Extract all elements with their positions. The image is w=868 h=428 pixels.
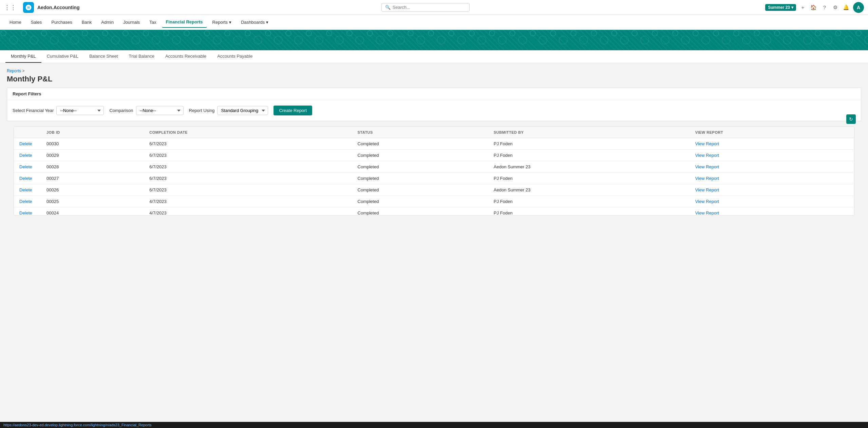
table-body: Delete 00030 6/7/2023 Completed PJ Foden… [14, 138, 854, 216]
status-cell: Completed [352, 196, 488, 207]
app-logo [23, 2, 34, 13]
table-row: Delete 00025 4/7/2023 Completed PJ Foden… [14, 196, 854, 207]
col-job-id-header: JOB ID [41, 127, 144, 138]
breadcrumb-separator: > [22, 69, 24, 73]
job-id-cell: 00028 [41, 161, 144, 173]
report-using-select[interactable]: Standard Grouping [217, 106, 268, 115]
tab-accounts-payable[interactable]: Accounts Payable [212, 50, 258, 63]
delete-link-6[interactable]: Delete [19, 210, 32, 215]
tab-cumulative-pl[interactable]: Cumulative P&L [41, 50, 84, 63]
completion-date-cell: 6/7/2023 [144, 184, 352, 196]
financial-year-group: Select Financial Year --None-- [13, 106, 104, 115]
delete-link-4[interactable]: Delete [19, 187, 32, 192]
banner [0, 30, 868, 50]
table-container: ↻ JOB ID COMPLETION DATE STATUS SUBMITTE… [7, 127, 861, 216]
job-id-cell: 00030 [41, 138, 144, 150]
comparison-select[interactable]: --None-- [136, 106, 184, 115]
job-id-cell: 00026 [41, 184, 144, 196]
nav-sales[interactable]: Sales [27, 17, 46, 27]
search-bar[interactable]: 🔍 [381, 3, 470, 12]
submitted-by-cell: Aedon Summer 23 [488, 161, 690, 173]
view-report-cell: View Report [690, 138, 854, 150]
reports-table-area: JOB ID COMPLETION DATE STATUS SUBMITTED … [14, 127, 854, 216]
col-completion-date-header: COMPLETION DATE [144, 127, 352, 138]
status-cell: Completed [352, 184, 488, 196]
job-id-cell: 00029 [41, 150, 144, 161]
view-report-link-2[interactable]: View Report [695, 164, 719, 169]
view-report-cell: View Report [690, 150, 854, 161]
view-report-link-1[interactable]: View Report [695, 153, 719, 158]
nav-journals[interactable]: Journals [119, 17, 144, 27]
view-report-link-5[interactable]: View Report [695, 199, 719, 204]
view-report-link-4[interactable]: View Report [695, 187, 719, 192]
tab-accounts-receivable[interactable]: Accounts Receivable [160, 50, 212, 63]
completion-date-cell: 4/7/2023 [144, 207, 352, 216]
nav-tax[interactable]: Tax [145, 17, 160, 27]
view-report-link-0[interactable]: View Report [695, 141, 719, 146]
delete-link-5[interactable]: Delete [19, 199, 32, 204]
summer-badge[interactable]: Summer 23 ▾ [765, 4, 796, 11]
view-report-cell: View Report [690, 184, 854, 196]
status-cell: Completed [352, 138, 488, 150]
breadcrumb[interactable]: Reports > [7, 69, 861, 73]
financial-year-select[interactable]: --None-- [56, 106, 104, 115]
job-id-cell: 00025 [41, 196, 144, 207]
delete-cell: Delete [14, 173, 41, 184]
tab-monthly-pl[interactable]: Monthly P&L [5, 50, 41, 63]
delete-link-3[interactable]: Delete [19, 176, 32, 181]
grid-icon[interactable]: ⋮⋮ [4, 4, 16, 11]
report-filters-body: Select Financial Year --None-- Compariso… [7, 100, 861, 121]
nav-dashboards[interactable]: Dashboards ▾ [237, 17, 272, 27]
table-scroll-container[interactable]: JOB ID COMPLETION DATE STATUS SUBMITTED … [14, 127, 854, 215]
nav-bank[interactable]: Bank [78, 17, 96, 27]
dashboards-chevron-icon: ▾ [266, 20, 268, 25]
submitted-by-cell: PJ Foden [488, 150, 690, 161]
view-report-link-3[interactable]: View Report [695, 176, 719, 181]
page-header: Reports > Monthly P&L [0, 63, 868, 88]
delete-cell: Delete [14, 150, 41, 161]
nav-purchases[interactable]: Purchases [47, 17, 76, 27]
report-filters-card: Report Filters Select Financial Year --N… [7, 88, 861, 121]
refresh-button[interactable]: ↻ [846, 114, 856, 124]
completion-date-cell: 6/7/2023 [144, 173, 352, 184]
question-icon[interactable]: ? [820, 3, 829, 12]
breadcrumb-parent[interactable]: Reports [7, 69, 21, 73]
page-title: Monthly P&L [7, 75, 861, 83]
home-icon[interactable]: 🏠 [810, 3, 818, 12]
delete-cell: Delete [14, 196, 41, 207]
col-submitted-by-header: SUBMITTED BY [488, 127, 690, 138]
nav-admin[interactable]: Admin [97, 17, 118, 27]
col-view-report-header: VIEW REPORT [690, 127, 854, 138]
table-row: Delete 00029 6/7/2023 Completed PJ Foden… [14, 150, 854, 161]
status-cell: Completed [352, 173, 488, 184]
view-report-link-6[interactable]: View Report [695, 210, 719, 215]
submitted-by-cell: PJ Foden [488, 138, 690, 150]
table-row: Delete 00026 6/7/2023 Completed Aedon Su… [14, 184, 854, 196]
plus-icon[interactable]: + [799, 3, 807, 12]
tab-balance-sheet[interactable]: Balance Sheet [84, 50, 124, 63]
tab-trial-balance[interactable]: Trial Balance [124, 50, 160, 63]
nav-reports[interactable]: Reports ▾ [208, 17, 236, 27]
top-bar: ⋮⋮ Aedon.Accounting 🔍 Summer 23 ▾ + 🏠 ? … [0, 0, 868, 15]
completion-date-cell: 4/7/2023 [144, 196, 352, 207]
col-status-header: STATUS [352, 127, 488, 138]
delete-link-1[interactable]: Delete [19, 153, 32, 158]
chevron-down-icon: ▾ [791, 5, 793, 10]
table-header-row: JOB ID COMPLETION DATE STATUS SUBMITTED … [14, 127, 854, 138]
search-input[interactable] [393, 5, 466, 10]
delete-link-0[interactable]: Delete [19, 141, 32, 146]
status-cell: Completed [352, 207, 488, 216]
bell-icon[interactable]: 🔔 [842, 3, 850, 12]
nav-home[interactable]: Home [5, 17, 25, 27]
delete-link-2[interactable]: Delete [19, 164, 32, 169]
table-row: Delete 00024 4/7/2023 Completed PJ Foden… [14, 207, 854, 216]
gear-icon[interactable]: ⚙ [831, 3, 839, 12]
sub-tabs: Monthly P&L Cumulative P&L Balance Sheet… [0, 50, 868, 63]
create-report-button[interactable]: Create Report [273, 106, 312, 115]
job-id-cell: 00027 [41, 173, 144, 184]
delete-cell: Delete [14, 184, 41, 196]
avatar[interactable]: A [853, 2, 864, 13]
nav-financial-reports[interactable]: Financial Reports [162, 17, 207, 28]
submitted-by-cell: PJ Foden [488, 173, 690, 184]
view-report-cell: View Report [690, 196, 854, 207]
